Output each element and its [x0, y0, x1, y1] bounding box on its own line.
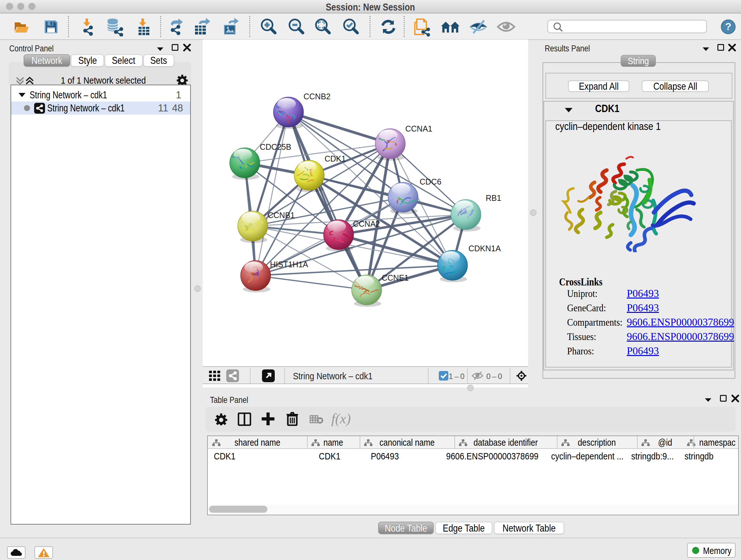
- svg-text:CCNB2: CCNB2: [304, 92, 331, 101]
- svg-text:RB1: RB1: [486, 193, 501, 202]
- svg-text:HIST1H1A: HIST1H1A: [270, 260, 308, 269]
- svg-text:?: ?: [725, 21, 731, 32]
- svg-text:CDC25B: CDC25B: [260, 142, 291, 151]
- svg-text:CCNE1: CCNE1: [382, 273, 409, 282]
- svg-text:CDKN1A: CDKN1A: [468, 244, 501, 253]
- svg-text:CCNA2: CCNA2: [353, 219, 380, 228]
- svg-text:CCNA1: CCNA1: [405, 124, 432, 133]
- svg-text:CDC6: CDC6: [420, 177, 441, 186]
- svg-text:CCNB1: CCNB1: [268, 211, 295, 220]
- svg-text:CDK1: CDK1: [325, 154, 346, 163]
